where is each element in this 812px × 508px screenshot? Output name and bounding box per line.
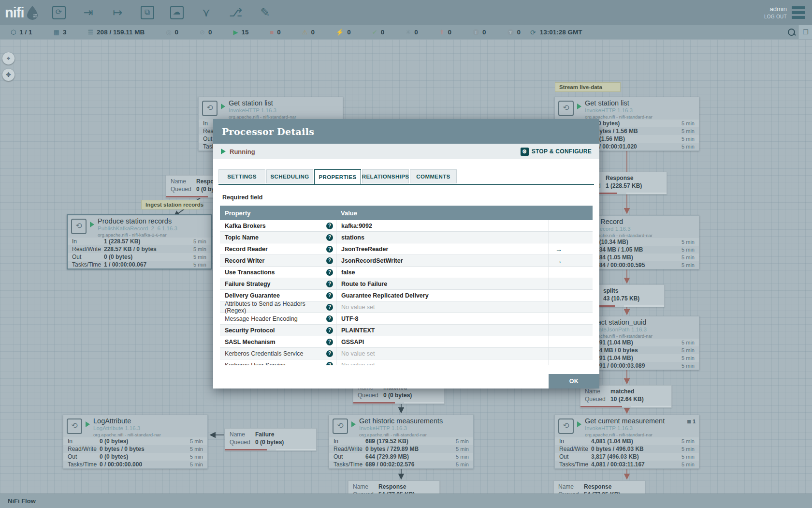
snap-to-grid-button[interactable]: ⌖ bbox=[2, 52, 15, 65]
connection-queued-row: Queued0 (0 bytes) bbox=[358, 391, 440, 399]
property-row: Failure Strategy?Route to Failure bbox=[220, 278, 593, 290]
stat-window: 5 min bbox=[682, 462, 695, 467]
processor-name: LogAttribute bbox=[93, 417, 161, 425]
tab-properties[interactable]: PROPERTIES bbox=[314, 169, 361, 184]
tab-relationships[interactable]: RELATIONSHIPS bbox=[362, 169, 409, 183]
goto-service-icon[interactable]: → bbox=[555, 245, 562, 253]
property-name-cell: Topic Name? bbox=[220, 232, 336, 243]
property-row: Record Writer?JsonRecordSetWriter→ bbox=[220, 255, 593, 267]
input-port-icon[interactable]: ⇥ bbox=[82, 6, 95, 19]
property-extra-cell bbox=[549, 313, 593, 324]
up-to-date-count: 0 bbox=[381, 29, 385, 36]
stream-live-data-label[interactable]: Stream live-data bbox=[555, 82, 621, 92]
processor-type-icon: ⟲ bbox=[71, 219, 87, 234]
property-column-header: Property bbox=[220, 209, 336, 217]
processor-details-dialog: Processor Details Running ⚙ STOP & CONFI… bbox=[213, 119, 599, 388]
help-icon[interactable]: ? bbox=[326, 304, 333, 311]
queue-size-bar bbox=[404, 402, 444, 403]
status-right-controls: ❐ bbox=[784, 25, 812, 39]
help-icon[interactable]: ? bbox=[326, 234, 333, 241]
connection-name-label: Name bbox=[558, 483, 580, 491]
active-threads-badge: ▦1 bbox=[687, 418, 696, 424]
stat-label: Tasks/Time bbox=[559, 461, 591, 468]
property-extra-cell bbox=[549, 336, 593, 347]
processor-name: Get current measurement bbox=[585, 417, 665, 425]
template-icon[interactable]: ⎇ bbox=[229, 6, 243, 19]
tab-settings[interactable]: SETTINGS bbox=[218, 169, 265, 183]
flow-settings-button[interactable]: ❐ bbox=[798, 25, 812, 39]
property-value-cell: GSSAPI bbox=[336, 336, 549, 347]
stat-label: Read/Write bbox=[334, 446, 365, 452]
queue-indicator-bars bbox=[353, 402, 444, 403]
connection-queued-value: 0 (0 bytes) bbox=[383, 391, 412, 399]
processor-type-icon: ⟲ bbox=[202, 101, 218, 116]
flow-status-bar: ⬡1 / 1▦3☰208 / 159.11 MB◎0⊘0▶15■0⚠0⚡0✔0✳… bbox=[0, 25, 812, 40]
help-icon[interactable]: ? bbox=[326, 292, 333, 299]
processor-header: ⟲Get station listInvokeHTTP 1.16.3org.ap… bbox=[555, 97, 699, 120]
connected-nodes-count: 1 / 1 bbox=[19, 29, 32, 36]
ok-button[interactable]: OK bbox=[549, 374, 599, 388]
label-icon[interactable]: ✎ bbox=[259, 6, 272, 19]
stat-label: Tasks/Time bbox=[72, 261, 104, 268]
help-icon[interactable]: ? bbox=[326, 362, 333, 366]
help-icon[interactable]: ? bbox=[326, 339, 333, 345]
processor-get-historic-measurements[interactable]: ⟲Get historic measurementsInvokeHTTP 1.1… bbox=[329, 415, 474, 469]
output-port-icon[interactable]: ↦ bbox=[111, 6, 125, 19]
processor-get-current-measurement[interactable]: ⟲Get current measurementInvokeHTTP 1.16.… bbox=[554, 415, 699, 469]
running-indicator-icon bbox=[577, 104, 581, 109]
help-icon[interactable]: ? bbox=[326, 350, 333, 357]
processor-bundle: org.apache.nifi - nifi-standard-nar bbox=[585, 432, 665, 437]
stat-value: 0 / 00:00:00.000 bbox=[100, 461, 142, 468]
funnel-icon[interactable]: ⋎ bbox=[200, 6, 213, 19]
stat-window: 5 min bbox=[682, 254, 695, 260]
stop-and-configure-button[interactable]: ⚙ STOP & CONFIGURE bbox=[521, 148, 592, 156]
help-icon[interactable]: ? bbox=[326, 257, 333, 264]
property-name: Kerberos User Service bbox=[225, 362, 286, 366]
help-icon[interactable]: ? bbox=[326, 269, 333, 276]
help-icon[interactable]: ? bbox=[326, 327, 333, 334]
remote-process-group-icon[interactable]: ☁ bbox=[170, 6, 184, 19]
stat-label: In bbox=[68, 438, 100, 445]
disabled-icon: ⚡ bbox=[336, 29, 344, 36]
breadcrumb-bar: NiFi Flow bbox=[0, 493, 812, 508]
logout-link[interactable]: LOG OUT bbox=[764, 14, 787, 20]
help-icon[interactable]: ? bbox=[326, 246, 333, 253]
stat-window: 5 min bbox=[682, 239, 695, 245]
locally-modified-stale-icon: ! bbox=[473, 29, 479, 35]
stat-window: 5 min bbox=[682, 136, 695, 142]
connection-failure[interactable]: NameFailureQueued0 (0 bytes) bbox=[225, 428, 317, 451]
tab-comments[interactable]: COMMENTS bbox=[410, 169, 457, 183]
property-extra-cell: → bbox=[549, 243, 593, 254]
connection-matched-right[interactable]: NamematchedQueued10 (2.64 KB) bbox=[580, 385, 672, 408]
connection-queued-value: 1 (228.57 KB) bbox=[606, 182, 642, 190]
processor-header: ⟲Get current measurementInvokeHTTP 1.16.… bbox=[555, 415, 699, 437]
search-button[interactable] bbox=[784, 25, 798, 39]
help-icon[interactable]: ? bbox=[326, 281, 333, 287]
connection-name-value: splits bbox=[603, 287, 618, 295]
processor-icon[interactable]: ⟳ bbox=[52, 6, 66, 19]
goto-service-icon[interactable]: → bbox=[555, 257, 562, 265]
breadcrumb[interactable]: NiFi Flow bbox=[8, 497, 36, 505]
processor-log-attribute[interactable]: ⟲LogAttributeLogAttribute 1.16.3org.apac… bbox=[63, 415, 208, 469]
stat-row: In0 (0 bytes)5 min bbox=[63, 437, 207, 445]
stale-icon: ⬆ bbox=[439, 29, 445, 36]
global-menu-button[interactable] bbox=[792, 6, 805, 19]
ingest-station-records-label[interactable]: Ingest station records bbox=[141, 200, 200, 209]
refresh-icon[interactable]: ⟳ bbox=[530, 29, 536, 36]
property-name: Attributes to Send as Headers (Regex) bbox=[225, 300, 326, 314]
pan-tool-button[interactable]: ✥ bbox=[2, 68, 15, 81]
processor-produce-station-records[interactable]: ⟲Produce station recordsPublishKafkaReco… bbox=[67, 214, 212, 269]
transmitting-count: 0 bbox=[175, 29, 179, 36]
stat-value: 0 (0 bytes) bbox=[104, 254, 132, 260]
queue-size-bar bbox=[626, 193, 667, 194]
stat-window: 5 min bbox=[193, 239, 206, 244]
process-group-icon[interactable]: ⧉ bbox=[141, 6, 154, 19]
help-icon[interactable]: ? bbox=[326, 315, 333, 322]
tab-scheduling[interactable]: SCHEDULING bbox=[266, 169, 313, 183]
locally-modified-icon: ✳ bbox=[406, 29, 411, 36]
queue-size-bar bbox=[276, 449, 316, 450]
connection-name-value: Failure bbox=[255, 431, 274, 438]
component-toolbar: ⟳⇥↦⧉☁⋎⎇✎ bbox=[52, 6, 272, 19]
help-icon[interactable]: ? bbox=[326, 223, 333, 229]
nifi-logo-text: nifi bbox=[5, 5, 24, 21]
